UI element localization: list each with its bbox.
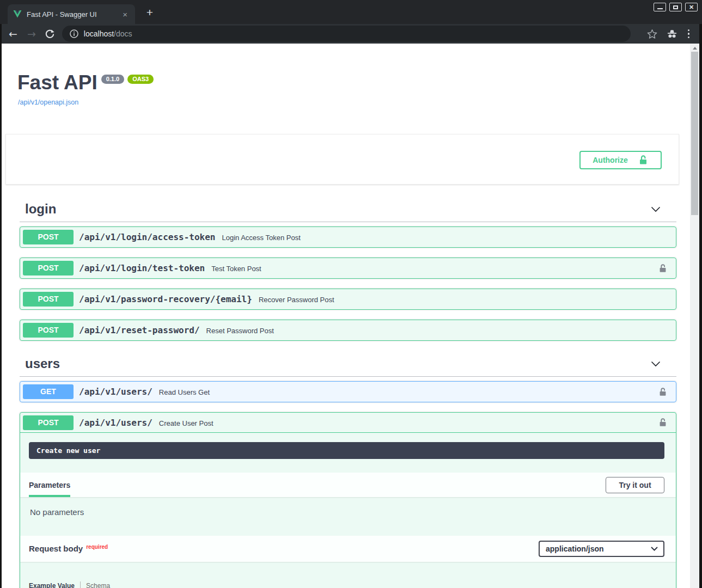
- oas3-badge: OAS3: [127, 75, 154, 84]
- request-body-header: Request bodyrequired application/json: [20, 536, 676, 562]
- operation-row[interactable]: POST /api/v1/reset-password/ Reset Passw…: [20, 320, 676, 341]
- content-type-value: application/json: [546, 544, 604, 553]
- operation-path: /api/v1/users/: [79, 418, 152, 428]
- operation-summary: Create User Post: [159, 418, 213, 427]
- operation-summary: Read Users Get: [159, 387, 210, 396]
- site-info-icon[interactable]: [70, 29, 78, 38]
- maximize-icon: [673, 5, 678, 9]
- model-tabs: Example Value Schema: [29, 581, 676, 588]
- url-path: /docs: [114, 29, 132, 38]
- bookmark-star-button[interactable]: [647, 29, 657, 39]
- content-type-select[interactable]: application/json: [539, 541, 664, 557]
- page-scrollbar[interactable]: [690, 44, 699, 588]
- method-badge: POST: [23, 230, 74, 244]
- auth-lock-button[interactable]: [658, 418, 668, 427]
- operation-row[interactable]: POST /api/v1/login/access-token Login Ac…: [20, 226, 676, 248]
- star-icon: [647, 29, 657, 39]
- section-header-login[interactable]: login: [20, 197, 676, 222]
- tab-close-icon[interactable]: ×: [120, 9, 130, 20]
- browser-tab[interactable]: Fast API - Swagger UI ×: [8, 4, 135, 24]
- scheme-container: Authorize: [5, 134, 679, 185]
- scrollbar-thumb[interactable]: [691, 52, 698, 215]
- request-body-label: Request body: [29, 544, 83, 553]
- minimize-button[interactable]: [654, 3, 666, 11]
- method-badge: GET: [23, 384, 74, 399]
- operation-row[interactable]: POST /api/v1/users/ Create User Post: [20, 413, 676, 433]
- page-title: Fast API: [17, 72, 97, 93]
- operation-description: Create new user: [29, 442, 664, 459]
- operation-summary: Test Token Post: [211, 264, 261, 273]
- operation-path: /api/v1/login/access-token: [79, 232, 215, 242]
- authorize-label: Authorize: [593, 156, 628, 164]
- auth-lock-button[interactable]: [658, 264, 668, 273]
- scroll-up-arrow[interactable]: [693, 47, 697, 50]
- unlock-icon: [658, 264, 668, 273]
- collapse-chevron-icon[interactable]: [650, 204, 661, 215]
- collapse-chevron-icon[interactable]: [650, 358, 661, 369]
- method-badge: POST: [23, 261, 74, 275]
- browser-window: Fast API - Swagger UI × + ✕ ← →: [0, 0, 702, 588]
- minimize-icon: [657, 8, 663, 9]
- forward-button[interactable]: →: [27, 29, 36, 39]
- tab-divider: [80, 581, 81, 588]
- section-header-users[interactable]: users: [20, 351, 676, 377]
- incognito-indicator: [666, 28, 678, 40]
- required-badge: required: [86, 544, 108, 550]
- operation-summary: Reset Password Post: [206, 326, 274, 335]
- back-button[interactable]: ←: [9, 29, 17, 39]
- chevron-down-icon: [651, 547, 658, 551]
- swagger-page: Fast API 0.1.0 OAS3 /api/v1/openapi.json…: [2, 44, 690, 588]
- example-value-tab[interactable]: Example Value: [29, 582, 75, 588]
- section-title: users: [25, 356, 60, 371]
- parameters-header: Parameters Try it out: [20, 473, 676, 497]
- method-badge: POST: [23, 323, 74, 338]
- maximize-button[interactable]: [669, 3, 682, 11]
- browser-menu-button[interactable]: [688, 29, 690, 39]
- try-it-out-button[interactable]: Try it out: [606, 477, 664, 493]
- operation-block-expanded: POST /api/v1/users/ Create User Post: [20, 412, 676, 588]
- url-host: localhost: [84, 29, 114, 38]
- api-info: Fast API 0.1.0 OAS3 /api/v1/openapi.json: [2, 44, 690, 107]
- operation-path: /api/v1/password-recovery/{email}: [79, 294, 252, 304]
- schema-tab[interactable]: Schema: [86, 582, 110, 588]
- operation-path: /api/v1/login/test-token: [79, 263, 205, 273]
- method-badge: POST: [23, 292, 74, 307]
- authorize-button[interactable]: Authorize: [579, 151, 662, 169]
- browser-titlebar: Fast API - Swagger UI × + ✕: [0, 0, 702, 24]
- section-login: login POST /api/v1/login/access-token Lo…: [20, 197, 676, 341]
- reload-icon: [45, 29, 55, 39]
- openapi-spec-link[interactable]: /api/v1/openapi.json: [18, 99, 78, 106]
- unlock-icon: [638, 155, 649, 166]
- operation-path: /api/v1/users/: [79, 387, 152, 397]
- browser-toolbar: ← → localhost/docs: [2, 24, 699, 44]
- window-close-button[interactable]: ✕: [685, 3, 698, 11]
- vue-favicon-icon: [13, 10, 22, 19]
- version-badge: 0.1.0: [101, 75, 124, 84]
- operation-summary: Login Access Token Post: [222, 232, 300, 242]
- operation-path: /api/v1/reset-password/: [79, 325, 200, 335]
- no-parameters-text: No parameters: [20, 497, 676, 536]
- unlock-icon: [658, 418, 668, 427]
- section-title: login: [25, 201, 56, 217]
- operation-row[interactable]: POST /api/v1/login/test-token Test Token…: [20, 258, 676, 279]
- operation-body: Create new user Parameters Try it out No…: [20, 442, 676, 588]
- auth-lock-button[interactable]: [658, 387, 668, 397]
- window-close-icon: ✕: [689, 4, 694, 10]
- operation-summary: Recover Password Post: [259, 295, 334, 304]
- address-bar[interactable]: localhost/docs: [62, 26, 631, 42]
- unlock-icon: [658, 387, 668, 397]
- incognito-icon: [666, 28, 678, 40]
- method-badge: POST: [23, 415, 74, 430]
- url-text[interactable]: localhost/docs: [84, 29, 132, 38]
- operation-row[interactable]: POST /api/v1/password-recovery/{email} R…: [20, 289, 676, 310]
- tab-title: Fast API - Swagger UI: [27, 10, 120, 19]
- section-users: users GET /api/v1/users/ Read Users Get: [20, 351, 676, 588]
- parameters-tab[interactable]: Parameters: [29, 473, 70, 497]
- reload-button[interactable]: [45, 29, 55, 39]
- new-tab-button[interactable]: +: [143, 7, 157, 19]
- operation-row[interactable]: GET /api/v1/users/ Read Users Get: [20, 381, 676, 402]
